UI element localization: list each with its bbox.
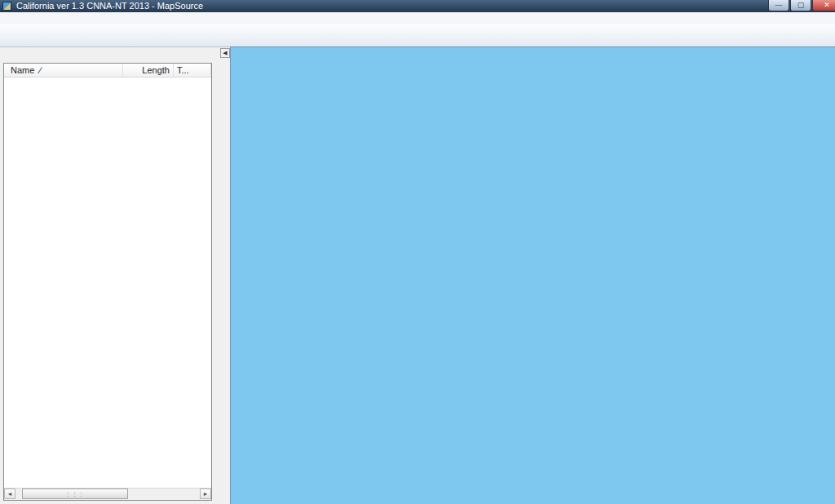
- window-title: California ver 1.3 CNNA-NT 2013 - MapSou…: [16, 0, 203, 12]
- horizontal-scrollbar[interactable]: ◄ ⋮⋮⋮ ►: [4, 488, 211, 500]
- sort-indicator-icon: ∕: [39, 65, 41, 75]
- column-header-name[interactable]: Name ∕: [4, 64, 123, 77]
- app-icon: [2, 2, 11, 11]
- routes-rows: [4, 77, 211, 488]
- routes-list-header: Name ∕ Length T...: [4, 64, 211, 77]
- minimize-button[interactable]: —: [768, 0, 789, 11]
- routes-list: Name ∕ Length T... ◄ ⋮⋮⋮ ►: [3, 63, 212, 501]
- toolbar: [0, 24, 835, 47]
- scroll-right-arrow-icon[interactable]: ►: [200, 489, 211, 499]
- menu-bar: [0, 12, 835, 24]
- scroll-left-arrow-icon[interactable]: ◄: [4, 489, 15, 499]
- close-button[interactable]: ✕: [812, 0, 835, 11]
- scrollbar-thumb[interactable]: ⋮⋮⋮: [22, 489, 128, 499]
- map-view[interactable]: [230, 46, 835, 504]
- maximize-button[interactable]: ▢: [790, 0, 811, 11]
- column-header-length[interactable]: Length: [123, 64, 174, 77]
- panel-collapse-button[interactable]: ◀: [220, 48, 230, 58]
- data-panel: Name ∕ Length T... ◄ ⋮⋮⋮ ►: [3, 49, 212, 501]
- column-header-time[interactable]: T...: [174, 64, 211, 77]
- panel-tabs: [3, 49, 212, 64]
- title-bar: California ver 1.3 CNNA-NT 2013 - MapSou…: [0, 0, 835, 12]
